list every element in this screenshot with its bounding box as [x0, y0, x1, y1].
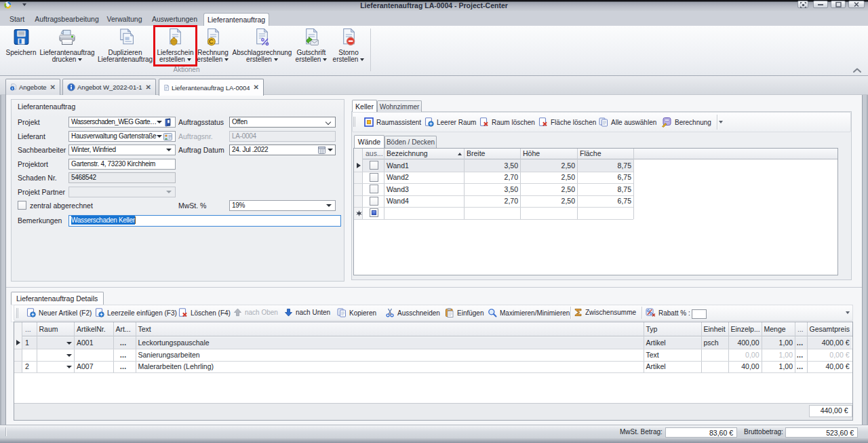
cell-typ[interactable]: Artikel	[644, 362, 701, 372]
raum-loeschen-button[interactable]: Raum löschen	[479, 117, 535, 127]
raum-dropdown-icon[interactable]	[66, 342, 72, 345]
contact-card-icon[interactable]	[163, 132, 172, 141]
doc-tab-angebot-w-2022-01-1[interactable]: Angebot W_2022-01-1 ✕	[62, 79, 156, 95]
einfuegen-button[interactable]: Einfügen	[445, 308, 484, 317]
loeschen-button[interactable]: Löschen (F4)	[178, 308, 231, 317]
rabatt-button[interactable]: Rabatt % :	[646, 308, 690, 317]
minimize-button[interactable]	[813, 1, 828, 8]
projekt-combobox[interactable]: Wasserschaden_WEG Garte…	[68, 117, 176, 128]
cell-breite[interactable]: 2,70	[464, 196, 520, 206]
close-button[interactable]	[848, 1, 865, 8]
surface-tab-boeden-decken[interactable]: Böden / Decken	[384, 136, 437, 148]
cell-bezeichnung[interactable]: Wand2	[384, 172, 464, 182]
close-tab-icon[interactable]: ✕	[254, 84, 259, 91]
projektort-input[interactable]: Gartenstr. 4, 73230 Kirchheim	[68, 159, 176, 170]
col-header-dots[interactable]: ...	[795, 324, 807, 334]
mwst-combobox[interactable]: 19%	[229, 200, 336, 211]
cell-menge[interactable]: 1,00	[762, 362, 795, 372]
new-row-checkbox[interactable]	[370, 208, 378, 217]
cell-hoehe[interactable]: 2,50	[520, 185, 577, 195]
col-header-hoehe[interactable]: Höhe	[520, 149, 577, 159]
surface-tab-waende[interactable]: Wände	[354, 135, 384, 148]
col-header-breite[interactable]: Breite	[464, 149, 520, 159]
cell-text[interactable]: Sanierungsarbeiten	[136, 350, 644, 360]
toolbar-grip[interactable]	[16, 308, 18, 318]
cell-hoehe[interactable]: 2,50	[520, 196, 577, 206]
cell-pos[interactable]: 1	[22, 338, 37, 348]
cell-menge[interactable]: 1,00	[762, 338, 795, 348]
cell-pos[interactable]: 2	[22, 362, 37, 372]
ellipsis-button[interactable]: …	[797, 338, 804, 348]
close-tab-icon[interactable]: ✕	[146, 84, 151, 91]
combo-arrow-icon[interactable]	[326, 204, 332, 207]
select-chevron-icon[interactable]	[326, 119, 331, 125]
toolbar-overflow-icon[interactable]	[846, 311, 850, 314]
ellipsis-button[interactable]: …	[120, 362, 127, 372]
raum-dropdown-icon[interactable]	[66, 354, 72, 357]
cell-bezeichnung[interactable]: Wand1	[384, 161, 464, 171]
col-header-menge[interactable]: Menge	[762, 324, 795, 334]
sachbearbeiter-combobox[interactable]: Winter, Winfried	[68, 145, 176, 155]
cell-einzelpreis[interactable]: 0,00	[728, 350, 762, 360]
nach-oben-button[interactable]: nach Oben	[233, 308, 278, 317]
combo-arrow-icon[interactable]	[166, 149, 172, 151]
rabatt-input[interactable]	[692, 309, 707, 319]
col-header-text[interactable]: Text	[136, 324, 644, 334]
project-binder-icon[interactable]	[163, 118, 172, 127]
raumassistent-button[interactable]: Raumassistent	[364, 117, 421, 127]
ribbon-tab-start[interactable]: Start	[5, 13, 28, 26]
cell-flaeche[interactable]: 6,75	[577, 172, 633, 182]
alle-auswaehlen-button[interactable]: Alle auswählen	[599, 117, 656, 127]
col-header-einheit[interactable]: Einheit	[701, 324, 728, 334]
row-select-checkbox[interactable]	[370, 197, 378, 206]
lieferantenauftrag-drucken-button[interactable]: Lieferantenauftrag drucken	[39, 27, 95, 66]
col-header-bezeichnung[interactable]: Bezeichnung	[384, 149, 464, 159]
room-tab-wohnzimmer[interactable]: Wohnzimmer	[377, 100, 422, 112]
cell-gesamtpreis[interactable]: 0,00 €	[807, 350, 852, 360]
cell-text[interactable]: Malerarbeiten (Lehrling)	[136, 362, 644, 372]
zentral-abgerechnet-checkbox[interactable]	[18, 201, 26, 210]
combo-arrow-icon[interactable]	[157, 135, 162, 138]
details-tab[interactable]: Lieferantenauftrag Details	[11, 292, 104, 305]
cell-breite[interactable]: 3,50	[464, 185, 520, 195]
doc-tab-lieferantenauftrag-la-0004[interactable]: Lieferantenauftrag LA-0004 ✕	[159, 79, 264, 96]
close-tab-icon[interactable]: ✕	[50, 84, 56, 91]
maximieren-minimieren-button[interactable]: Maximieren/Minimieren	[488, 308, 570, 317]
cell-typ[interactable]: Text	[644, 350, 701, 360]
kopieren-button[interactable]: Kopieren	[337, 308, 376, 317]
flaeche-loeschen-button[interactable]: Fläche löschen	[538, 117, 596, 127]
leerzeile-einfuegen-button[interactable]: Leerzeile einfügen (F3)	[95, 308, 177, 317]
raum-dropdown-icon[interactable]	[66, 366, 72, 368]
cell-gesamtpreis[interactable]: 40,00 €	[807, 362, 852, 372]
room-tab-keller[interactable]: Keller	[352, 100, 377, 112]
auftrag-datum-picker[interactable]: 24. Jul .2022	[229, 145, 336, 155]
col-header-gesamtpreis[interactable]: Gesamtpreis	[807, 324, 852, 334]
ausschneiden-button[interactable]: Ausschneiden	[385, 308, 440, 317]
ellipsis-button[interactable]: …	[120, 350, 127, 360]
storno-erstellen-button[interactable]: Storno erstellen	[331, 27, 366, 66]
cell-bezeichnung[interactable]: Wand4	[384, 196, 464, 206]
col-header-aus[interactable]: aus...	[363, 149, 384, 159]
abschlagsrechnung-erstellen-button[interactable]: Abschlagsrechnung erstellen	[232, 27, 292, 66]
combo-arrow-icon[interactable]	[328, 149, 333, 151]
cell-einheit[interactable]: psch	[701, 338, 728, 348]
col-header-flaeche[interactable]: Fläche	[577, 149, 633, 159]
ribbon-tab-verwaltung[interactable]: Verwaltung	[104, 13, 145, 26]
cell-breite[interactable]: 3,50	[464, 161, 520, 171]
ribbon-tab-auswertungen[interactable]: Auswertungen	[150, 13, 199, 26]
collapse-ribbon-icon[interactable]	[852, 66, 862, 74]
cell-flaeche[interactable]: 8,75	[577, 185, 633, 195]
cell-artikelnr[interactable]: A001	[74, 338, 113, 348]
combo-arrow-icon[interactable]	[157, 121, 162, 123]
cell-menge[interactable]: 1,00	[762, 350, 795, 360]
toolbar-grip[interactable]	[353, 117, 355, 127]
duplizieren-lieferantenauftrag-button[interactable]: Duplizieren Lieferantenauftrag	[97, 27, 153, 66]
col-header-art[interactable]: Art...	[113, 324, 136, 334]
cell-flaeche[interactable]: 8,75	[577, 161, 633, 171]
leerer-raum-button[interactable]: Leerer Raum	[425, 117, 476, 127]
ellipsis-button[interactable]: …	[797, 362, 804, 372]
projekt-partner-combobox[interactable]	[68, 187, 176, 197]
zentral-abgerechnet-label[interactable]: zentral abgerechnet	[30, 200, 93, 211]
rechnung-erstellen-button[interactable]: Rechnung erstellen	[196, 27, 230, 66]
auftragsstatus-select[interactable]: Offen	[229, 117, 336, 128]
